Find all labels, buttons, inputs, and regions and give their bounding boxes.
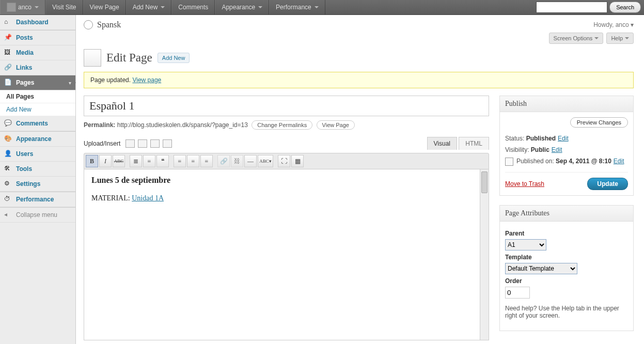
order-input[interactable] bbox=[505, 287, 530, 299]
users-icon: 👤 bbox=[4, 150, 12, 158]
edit-status-link[interactable]: Edit bbox=[558, 135, 569, 142]
ul-button[interactable]: ≣ bbox=[130, 155, 142, 167]
parent-label: Parent bbox=[505, 230, 628, 237]
strike-button[interactable]: ABC bbox=[113, 155, 125, 167]
ol-button[interactable]: ≡ bbox=[143, 155, 155, 167]
scrollbar-thumb[interactable] bbox=[481, 171, 488, 193]
page-title: Edit Page bbox=[106, 51, 152, 65]
chevron-down-icon: ▾ bbox=[631, 21, 634, 28]
view-page-button[interactable]: View Page bbox=[317, 120, 355, 130]
submenu-all-pages[interactable]: All Pages bbox=[0, 90, 75, 103]
media-icon: 🖼 bbox=[4, 49, 12, 57]
more-button[interactable]: — bbox=[244, 155, 257, 167]
screen-options-button[interactable]: Screen Options bbox=[549, 33, 604, 44]
adminbar-user: anco bbox=[18, 4, 32, 11]
add-video-icon[interactable] bbox=[138, 139, 147, 148]
menu-media[interactable]: 🖼Media bbox=[0, 45, 75, 60]
search-button[interactable]: Search bbox=[609, 2, 641, 13]
avatar-icon bbox=[7, 3, 16, 12]
adminbar-add-new[interactable]: Add New bbox=[126, 0, 172, 14]
edit-date-link[interactable]: Edit bbox=[614, 158, 624, 165]
appearance-icon: 🎨 bbox=[4, 135, 12, 143]
fullscreen-button[interactable]: ⛶ bbox=[278, 155, 290, 167]
posts-icon: 📌 bbox=[4, 34, 12, 42]
adminbar-appearance[interactable]: Appearance bbox=[215, 0, 269, 14]
dashboard-icon: ⌂ bbox=[4, 18, 12, 26]
adminbar-account[interactable]: anco bbox=[0, 0, 45, 14]
italic-button[interactable]: I bbox=[99, 155, 112, 167]
add-media-icon[interactable] bbox=[163, 139, 172, 148]
menu-comments[interactable]: 💬Comments bbox=[0, 116, 75, 131]
collapse-icon: ◂ bbox=[4, 211, 12, 219]
editor-scrollbar[interactable] bbox=[480, 169, 489, 340]
align-center-button[interactable]: ≡ bbox=[187, 155, 199, 167]
menu-tools[interactable]: 🛠Tools bbox=[0, 162, 75, 177]
menu-settings[interactable]: ⚙Settings bbox=[0, 177, 75, 192]
order-label: Order bbox=[505, 277, 628, 285]
tab-html[interactable]: HTML bbox=[459, 137, 489, 150]
menu-users[interactable]: 👤Users bbox=[0, 147, 75, 162]
title-input[interactable] bbox=[84, 96, 489, 116]
align-right-button[interactable]: ≡ bbox=[200, 155, 213, 167]
align-left-button[interactable]: ≡ bbox=[174, 155, 186, 167]
spellcheck-button[interactable]: ABC▾ bbox=[258, 155, 273, 167]
link-button[interactable]: 🔗 bbox=[217, 155, 230, 167]
help-button[interactable]: Help bbox=[606, 33, 634, 44]
performance-icon: ⏱ bbox=[4, 195, 12, 204]
submenu-add-new[interactable]: Add New bbox=[0, 103, 75, 116]
menu-dashboard[interactable]: ⌂Dashboard bbox=[0, 15, 75, 30]
howdy[interactable]: Howdy, anco ▾ bbox=[593, 21, 634, 28]
menu-posts[interactable]: 📌Posts bbox=[0, 30, 75, 45]
upload-insert-label: Upload/Insert bbox=[84, 140, 120, 147]
add-audio-icon[interactable] bbox=[150, 139, 160, 148]
template-label: Template bbox=[505, 254, 628, 261]
chevron-down-icon: ▾ bbox=[69, 80, 71, 86]
adminbar-visit-site[interactable]: Visit Site bbox=[45, 0, 83, 14]
quote-button[interactable]: ❝ bbox=[156, 155, 169, 167]
publish-box-title: Publish bbox=[500, 96, 633, 112]
menu-pages[interactable]: 📄Pages▾ bbox=[0, 75, 75, 90]
update-notice: Page updated. View page bbox=[84, 72, 634, 88]
edit-visibility-link[interactable]: Edit bbox=[552, 146, 562, 153]
calendar-icon bbox=[505, 158, 513, 166]
content-heading: Lunes 5 de septiembre bbox=[91, 176, 473, 185]
comments-icon: 💬 bbox=[4, 119, 12, 128]
unlink-button[interactable]: ⛓ bbox=[231, 155, 243, 167]
permalink-url: http://blog.studieskolen.dk/spansk/?page… bbox=[117, 121, 248, 129]
settings-icon: ⚙ bbox=[4, 180, 12, 188]
admin-bar: anco Visit Site View Page Add New Commen… bbox=[0, 0, 644, 15]
tools-icon: 🛠 bbox=[4, 165, 12, 173]
editor-toolbar: B I ABC ≣ ≡ ❝ ≡ ≡ ≡ 🔗 ⛓ — ABC▾ bbox=[84, 153, 489, 169]
update-button[interactable]: Update bbox=[587, 178, 628, 190]
wordpress-icon bbox=[84, 20, 93, 29]
bold-button[interactable]: B bbox=[86, 155, 98, 167]
adminbar-view-page[interactable]: View Page bbox=[83, 0, 126, 14]
content-link[interactable]: Unidad 1A bbox=[132, 194, 164, 202]
search-input[interactable] bbox=[536, 2, 607, 13]
page-attributes-help: Need help? Use the Help tab in the upper… bbox=[505, 305, 628, 319]
menu-links[interactable]: 🔗Links bbox=[0, 60, 75, 75]
adminbar-performance[interactable]: Performance bbox=[269, 0, 325, 14]
notice-view-page-link[interactable]: View page bbox=[132, 76, 161, 84]
permalink-row: Permalink: http://blog.studieskolen.dk/s… bbox=[84, 120, 489, 130]
add-image-icon[interactable] bbox=[125, 139, 135, 148]
kitchensink-button[interactable]: ▦ bbox=[291, 155, 304, 167]
adminbar-comments[interactable]: Comments bbox=[171, 0, 215, 14]
preview-changes-button[interactable]: Preview Changes bbox=[570, 117, 628, 128]
tab-visual[interactable]: Visual bbox=[427, 137, 457, 150]
move-to-trash-link[interactable]: Move to Trash bbox=[505, 180, 544, 187]
add-new-button[interactable]: Add New bbox=[158, 53, 190, 63]
links-icon: 🔗 bbox=[4, 64, 12, 72]
content-editor[interactable]: Lunes 5 de septiembre MATERIAL: Unidad 1… bbox=[84, 169, 480, 340]
page-attributes-box: Page Attributes Parent A1 Template Defau… bbox=[499, 205, 634, 331]
submenu-pages: All Pages Add New bbox=[0, 90, 75, 116]
change-permalinks-button[interactable]: Change Permalinks bbox=[252, 120, 312, 130]
menu-appearance[interactable]: 🎨Appearance bbox=[0, 131, 75, 147]
pages-icon: 📄 bbox=[4, 79, 12, 87]
template-select[interactable]: Default Template bbox=[505, 263, 577, 274]
menu-performance[interactable]: ⏱Performance bbox=[0, 192, 75, 207]
menu-collapse[interactable]: ◂Collapse menu bbox=[0, 207, 75, 223]
page-icon bbox=[84, 49, 101, 67]
page-attributes-title: Page Attributes bbox=[500, 206, 633, 222]
parent-select[interactable]: A1 bbox=[505, 239, 546, 251]
